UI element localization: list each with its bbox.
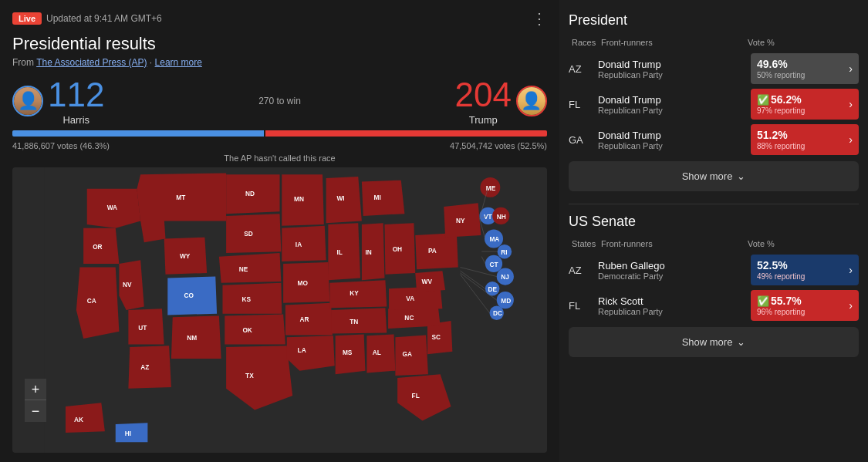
- senate-col-vote-pct: Vote %: [748, 239, 856, 248]
- harris-block: 👤 112 Harris: [12, 76, 104, 126]
- ap-notice: The AP hasn't called this race: [12, 153, 547, 163]
- president-show-more-button[interactable]: Show more ⌄: [569, 161, 859, 191]
- state-md[interactable]: [497, 292, 514, 309]
- state-ok[interactable]: [225, 315, 285, 345]
- state-nd[interactable]: [226, 174, 279, 214]
- senate-az-vote-block[interactable]: 52.5% 49% reporting ›: [751, 255, 859, 285]
- senate-az-vote-info: 52.5% 49% reporting: [757, 259, 849, 281]
- az-pct: 49.6%: [757, 58, 849, 70]
- source-link[interactable]: The Associated Press (AP): [36, 57, 147, 68]
- state-me[interactable]: [480, 177, 500, 197]
- left-panel: Live Updated at 9:41 AM GMT+6 ⋮ Presiden…: [0, 0, 559, 462]
- state-nj[interactable]: [497, 268, 514, 285]
- trump-score-block: 204 Trump: [455, 76, 512, 126]
- state-de[interactable]: [485, 282, 500, 296]
- president-section-title: President: [569, 12, 859, 29]
- president-col-headers: Races Front-runners Vote %: [569, 38, 859, 47]
- ga-vote-info: 51.2% 88% reporting: [757, 129, 849, 150]
- harris-bar: [12, 130, 264, 137]
- state-wa[interactable]: [87, 189, 140, 228]
- state-ca[interactable]: [76, 268, 120, 339]
- trump-block: 👤 204 Trump: [455, 76, 547, 126]
- az-chevron-icon: ›: [849, 62, 853, 75]
- harris-name: Harris: [48, 114, 104, 126]
- state-wy[interactable]: [164, 238, 208, 275]
- state-oh[interactable]: [384, 223, 415, 275]
- senate-fl-vote-block[interactable]: ✅55.7% 96% reporting ›: [751, 290, 859, 321]
- state-nm[interactable]: [171, 315, 221, 359]
- harris-avatar: 👤: [12, 86, 43, 116]
- az-reporting: 50% reporting: [757, 71, 849, 79]
- state-sd[interactable]: [226, 214, 281, 253]
- harris-face: 👤: [14, 87, 42, 115]
- senate-az-chevron-icon: ›: [849, 264, 853, 276]
- fl-reporting: 97% reporting: [757, 106, 849, 115]
- state-ms[interactable]: [336, 334, 366, 374]
- state-or[interactable]: [83, 228, 119, 264]
- state-ne[interactable]: [219, 253, 281, 283]
- state-ga[interactable]: [395, 335, 428, 376]
- state-ar[interactable]: [285, 303, 333, 336]
- state-mo[interactable]: [283, 262, 329, 303]
- candidates-row: 👤 112 Harris 270 to win 👤 204 Trump: [12, 76, 547, 126]
- state-wi[interactable]: [326, 177, 362, 223]
- state-mn[interactable]: [282, 174, 324, 226]
- state-nh[interactable]: [492, 207, 509, 224]
- fl-cand-name: Donald Trump: [598, 94, 751, 106]
- ga-vote-block[interactable]: 51.2% 88% reporting ›: [751, 124, 859, 155]
- state-nv[interactable]: [119, 260, 144, 310]
- state-co[interactable]: [167, 277, 217, 315]
- state-ma[interactable]: [485, 229, 503, 248]
- az-vote-block[interactable]: 49.6% 50% reporting ›: [751, 53, 859, 84]
- state-tn[interactable]: [331, 308, 387, 333]
- senate-show-more-label: Show more: [682, 336, 733, 348]
- senate-race-fl: FL Rick Scott Republican Party ✅55.7% 96…: [569, 290, 859, 321]
- updated-time: Updated at 9:41 AM GMT+6: [46, 13, 162, 24]
- state-fl-label: FL: [569, 99, 598, 110]
- learn-more-link[interactable]: Learn more: [155, 57, 202, 68]
- state-ri[interactable]: [498, 244, 512, 259]
- state-hi[interactable]: [116, 423, 148, 442]
- senate-show-more-button[interactable]: Show more ⌄: [569, 327, 859, 357]
- state-wv[interactable]: [415, 271, 445, 292]
- state-in[interactable]: [362, 223, 385, 280]
- state-ky[interactable]: [329, 280, 387, 308]
- state-az[interactable]: [128, 346, 171, 389]
- state-ga-label: GA: [569, 134, 598, 146]
- senate-state-az-label: AZ: [569, 265, 598, 276]
- ga-party-name: Republican Party: [598, 141, 751, 150]
- state-dc[interactable]: [489, 305, 504, 320]
- senate-show-more-chevron-icon: ⌄: [737, 336, 745, 348]
- state-ak[interactable]: [66, 403, 105, 433]
- president-show-more-chevron-icon: ⌄: [737, 170, 745, 182]
- senate-state-fl-label: FL: [569, 300, 598, 312]
- trump-face: 👤: [518, 87, 545, 115]
- more-options-icon[interactable]: ⋮: [532, 9, 547, 28]
- state-mi[interactable]: [362, 180, 405, 216]
- state-ny[interactable]: [444, 203, 481, 237]
- senate-fl-vote-info: ✅55.7% 96% reporting: [757, 295, 849, 316]
- state-ut[interactable]: [128, 309, 164, 344]
- fl-vote-block[interactable]: ✅56.2% 97% reporting ›: [751, 89, 859, 120]
- fl-candidate-info: Donald Trump Republican Party: [598, 94, 751, 115]
- state-ia[interactable]: [282, 226, 326, 261]
- state-ct[interactable]: [485, 255, 502, 272]
- state-ks[interactable]: [223, 283, 282, 314]
- senate-col-headers: States Front-runners Vote %: [569, 239, 859, 248]
- state-al[interactable]: [366, 334, 395, 373]
- senate-fl-called-icon: ✅: [757, 295, 769, 307]
- state-il[interactable]: [328, 223, 360, 280]
- fl-party-name: Republican Party: [598, 106, 751, 115]
- senate-fl-pct: ✅55.7%: [757, 295, 849, 307]
- president-race-fl: FL Donald Trump Republican Party ✅56.2% …: [569, 89, 859, 120]
- live-badge: Live Updated at 9:41 AM GMT+6: [12, 12, 162, 25]
- state-pa[interactable]: [415, 233, 458, 269]
- trump-avatar: 👤: [516, 86, 547, 116]
- zoom-in-button[interactable]: +: [25, 379, 46, 400]
- az-party-name: Republican Party: [598, 70, 751, 79]
- fl-vote-info: ✅56.2% 97% reporting: [757, 93, 849, 115]
- zoom-out-button[interactable]: −: [25, 400, 46, 422]
- harris-votes: 41,886,607 votes (46.3%): [12, 141, 110, 150]
- state-mt[interactable]: [137, 173, 227, 221]
- fl-chevron-icon: ›: [849, 98, 853, 110]
